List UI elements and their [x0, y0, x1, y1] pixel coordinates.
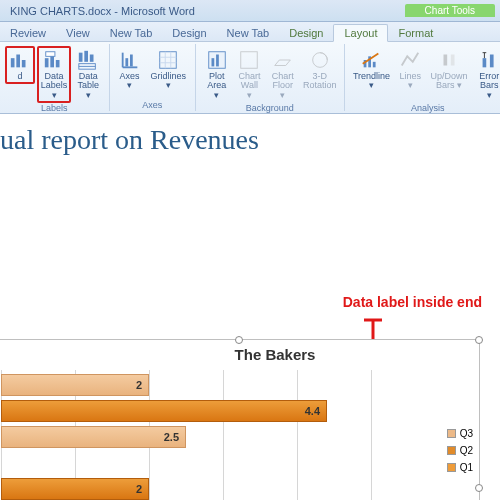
svg-rect-23	[216, 55, 219, 67]
btn-label: Lines ▾	[400, 72, 422, 91]
chart-wall-button[interactable]: Chart Wall ▾	[234, 46, 264, 103]
data-label: 4.4	[305, 405, 320, 417]
svg-rect-31	[444, 55, 448, 66]
tab-design-1[interactable]: Design	[162, 25, 216, 41]
group-label: Background	[246, 103, 294, 114]
btn-label: Data Labels ▾	[41, 72, 68, 100]
trendline-button[interactable]: Trendline ▾	[350, 46, 394, 94]
btn-label: Trendline ▾	[353, 72, 390, 91]
svg-marker-25	[274, 60, 290, 66]
trendline-icon	[360, 49, 382, 71]
legend-label: Q2	[460, 445, 473, 456]
data-labels-icon	[43, 49, 65, 71]
ribbon-group-labels: d Data Labels ▾ Data Table ▾ Labels	[0, 44, 110, 111]
legend-label: Q1	[460, 462, 473, 473]
tab-chart-format[interactable]: Format	[388, 25, 443, 41]
data-labels-button[interactable]: Data Labels ▾	[37, 46, 71, 103]
gridlines-icon	[157, 49, 179, 71]
group-label: Axes	[142, 100, 162, 111]
btn-label: Chart Wall ▾	[238, 72, 260, 100]
legend-label: Q3	[460, 428, 473, 439]
svg-rect-3	[45, 58, 49, 67]
chart-floor-button[interactable]: Chart Floor ▾	[266, 46, 299, 103]
svg-rect-32	[451, 55, 455, 66]
svg-rect-33	[483, 58, 487, 67]
data-table-icon	[77, 49, 99, 71]
chart-title[interactable]: The Bakers	[0, 340, 479, 367]
btn-label: Gridlines ▾	[151, 72, 187, 91]
tab-view[interactable]: View	[56, 25, 100, 41]
rotation-icon	[309, 49, 331, 71]
svg-rect-34	[490, 55, 494, 68]
group-label: Labels	[41, 103, 68, 114]
plot-area-icon	[206, 49, 228, 71]
updown-icon	[438, 49, 460, 71]
ribbon-group-axes: Axes ▾ Gridlines ▾ Axes	[110, 44, 197, 111]
window-title: KING CHARTS.docx - Microsoft Word	[10, 5, 195, 17]
legend-item-q2[interactable]: Q2	[447, 445, 473, 456]
tab-chart-layout[interactable]: Layout	[333, 24, 388, 42]
ribbon-group-analysis: Trendline ▾ Lines ▾ Up/Down Bars ▾ Error…	[345, 44, 500, 111]
gridlines-button[interactable]: Gridlines ▾	[147, 46, 191, 94]
svg-rect-1	[16, 55, 20, 68]
bar-q3-b[interactable]: 2.5	[1, 426, 186, 448]
btn-label: Up/Down Bars ▾	[431, 72, 468, 91]
chart-wall-icon	[238, 49, 260, 71]
data-table-button[interactable]: Data Table ▾	[73, 46, 103, 103]
svg-rect-5	[56, 60, 60, 67]
bar-q2-b[interactable]: 2	[1, 478, 149, 500]
svg-rect-15	[130, 55, 133, 67]
rotation-button[interactable]: 3-D Rotation	[301, 46, 339, 94]
btn-label: Error Bars ▾	[477, 72, 500, 100]
legend-button[interactable]: d	[5, 46, 35, 84]
svg-rect-22	[211, 58, 214, 66]
bar-q3[interactable]: 2	[1, 374, 149, 396]
lines-icon	[399, 49, 421, 71]
updown-bars-button[interactable]: Up/Down Bars ▾	[427, 46, 471, 94]
tab-review[interactable]: Review	[0, 25, 56, 41]
ribbon-tabs: Review View New Tab Design New Tab Desig…	[0, 22, 500, 42]
btn-label: Plot Area ▾	[205, 72, 228, 100]
svg-rect-14	[125, 58, 128, 66]
btn-label: Data Table ▾	[77, 72, 99, 100]
bar-q2[interactable]: 4.4	[1, 400, 327, 422]
tab-chart-design[interactable]: Design	[279, 25, 333, 41]
group-label: Analysis	[411, 103, 445, 114]
error-bars-button[interactable]: Error Bars ▾	[473, 46, 500, 103]
data-label: 2.5	[164, 431, 179, 443]
tab-newtab-1[interactable]: New Tab	[100, 25, 163, 41]
btn-label: Axes ▾	[120, 72, 140, 91]
legend-item-q3[interactable]: Q3	[447, 428, 473, 439]
svg-rect-29	[373, 62, 376, 68]
btn-label: Chart Floor ▾	[270, 72, 295, 100]
btn-label: d	[17, 72, 22, 81]
lines-button[interactable]: Lines ▾	[395, 46, 425, 94]
error-bars-icon	[478, 49, 500, 71]
swatch-icon	[447, 446, 456, 455]
tab-newtab-2[interactable]: New Tab	[217, 25, 280, 41]
document-heading: ual report on Revenues	[0, 124, 500, 156]
axes-icon	[119, 49, 141, 71]
axes-button[interactable]: Axes ▾	[115, 46, 145, 94]
title-bar: KING CHARTS.docx - Microsoft Word Chart …	[0, 0, 500, 22]
chart-legend[interactable]: Q3 Q2 Q1	[447, 428, 473, 473]
svg-rect-9	[90, 55, 94, 62]
svg-rect-16	[160, 52, 177, 69]
ribbon: d Data Labels ▾ Data Table ▾ Labels Axes…	[0, 42, 500, 114]
annotation-text: Data label inside end	[343, 294, 482, 310]
chart-icon	[9, 49, 31, 71]
plot-area-button[interactable]: Plot Area ▾	[201, 46, 232, 103]
svg-rect-8	[85, 51, 89, 62]
svg-rect-24	[241, 52, 258, 69]
data-label: 2	[136, 483, 142, 495]
btn-label: 3-D Rotation	[303, 72, 337, 91]
plot-area[interactable]: 2 4.4 2.5 2 2.4 4.3	[1, 370, 371, 500]
svg-rect-7	[79, 53, 83, 62]
swatch-icon	[447, 463, 456, 472]
chart-tools-label: Chart Tools	[405, 4, 495, 17]
legend-item-q1[interactable]: Q1	[447, 462, 473, 473]
swatch-icon	[447, 429, 456, 438]
svg-rect-2	[22, 60, 26, 67]
svg-rect-0	[11, 58, 15, 67]
chart-object[interactable]: The Bakers 2 4.4 2.5 2 2.4 4.3 Q3 Q2 Q1	[0, 339, 480, 500]
